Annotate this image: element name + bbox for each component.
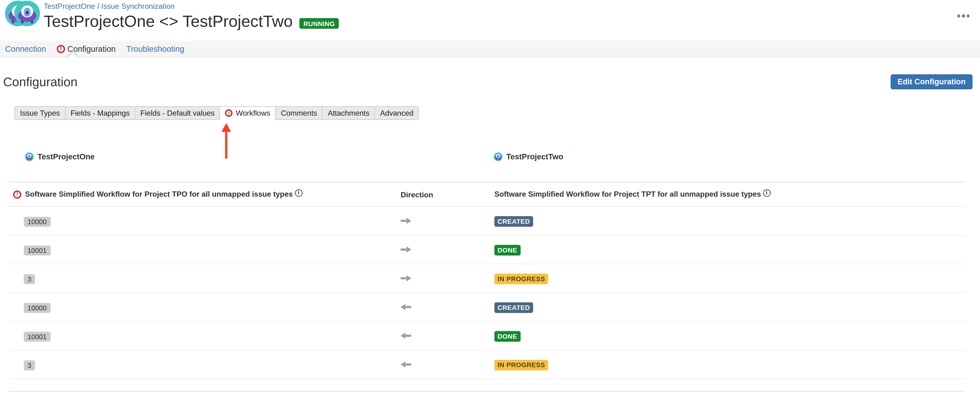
project-headers: TestProjectOne TestProjectTwo	[0, 153, 980, 162]
table-row: 10000 CREATED	[9, 207, 966, 235]
tab-comments[interactable]: Comments	[276, 106, 323, 120]
source-status-badge: 10000	[24, 302, 50, 313]
exalate-logo-icon	[5, 1, 40, 29]
sync-direction-arrow-icon	[401, 332, 495, 339]
project-left-name: TestProjectOne	[38, 153, 95, 161]
issue-sync-page: TestProjectOne / Issue Synchronization T…	[0, 0, 980, 399]
nav-item-troubleshooting[interactable]: Troubleshooting	[126, 44, 185, 53]
tab-label: Attachments	[328, 109, 369, 118]
project-left: TestProjectOne	[25, 153, 95, 161]
table-row: 10001 DONE	[9, 235, 966, 264]
page-section-title: Configuration	[3, 75, 972, 89]
table-row: 10000 CREATED	[9, 293, 966, 322]
source-status-badge: 3	[24, 274, 35, 284]
more-menu-icon[interactable]	[956, 13, 971, 18]
tab-label: Advanced	[380, 109, 413, 118]
edit-configuration-button[interactable]: Edit Configuration	[891, 74, 973, 89]
target-status-badge: IN PROGRESS	[494, 273, 548, 284]
target-status-badge: IN PROGRESS	[494, 359, 548, 370]
target-status-badge: CREATED	[494, 302, 533, 313]
tab-label: Fields - Mappings	[71, 109, 130, 118]
sync-direction-arrow-icon	[401, 217, 495, 224]
running-status-badge: RUNNING	[300, 18, 339, 29]
nav-item-connection[interactable]: Connection	[5, 44, 46, 53]
warning-icon: !	[225, 109, 233, 117]
right-workflow-header: Software Simplified Workflow for Project…	[494, 190, 770, 199]
nav-item-label: Troubleshooting	[126, 44, 185, 53]
warning-icon: !	[57, 45, 65, 53]
info-icon[interactable]: i	[295, 189, 302, 197]
tab-label: Comments	[281, 109, 317, 118]
breadcrumb: TestProjectOne / Issue Synchronization	[44, 2, 339, 11]
nav-item-label: Connection	[5, 44, 46, 53]
tab-issue-types[interactable]: Issue Types	[14, 106, 65, 120]
source-status-badge: 10001	[24, 331, 50, 341]
app-header: TestProjectOne / Issue Synchronization T…	[0, 0, 980, 41]
source-status-badge: 10000	[24, 216, 50, 226]
tab-label: Issue Types	[20, 109, 60, 118]
project-avatar-icon	[494, 153, 503, 161]
info-icon[interactable]: i	[763, 189, 770, 197]
project-right-name: TestProjectTwo	[506, 153, 563, 161]
breadcrumb-project-link[interactable]: TestProjectOne	[44, 2, 95, 11]
target-status-badge: DONE	[494, 331, 520, 342]
table-row: 3 IN PROGRESS	[9, 264, 966, 293]
tab-attachments[interactable]: Attachments	[323, 106, 375, 120]
connection-title: TestProjectOne <> TestProjectTwo	[44, 13, 293, 30]
tab-advanced[interactable]: Advanced	[375, 106, 419, 120]
table-row: 3 IN PROGRESS	[9, 350, 966, 379]
table-row: 10001 DONE	[9, 322, 966, 351]
table-header-row: ! Software Simplified Workflow for Proje…	[9, 183, 966, 207]
tab-workflows[interactable]: ! Workflows	[220, 106, 276, 120]
source-status-badge: 10001	[24, 245, 50, 255]
source-status-badge: 3	[24, 360, 35, 370]
configuration-tabs: Issue Types Fields - Mappings Fields - D…	[14, 106, 980, 120]
tab-label: Workflows	[236, 109, 270, 118]
sync-direction-arrow-icon	[401, 361, 495, 368]
active-section-caret	[67, 52, 78, 57]
section-nav: Connection ! Configuration Troubleshooti…	[0, 41, 980, 57]
nav-item-configuration[interactable]: ! Configuration	[57, 44, 116, 53]
left-workflow-header: Software Simplified Workflow for Project…	[25, 190, 302, 199]
warning-icon: !	[13, 191, 21, 199]
project-right: TestProjectTwo	[494, 153, 563, 161]
target-status-badge: DONE	[494, 245, 520, 255]
workflow-mapping-table: ! Software Simplified Workflow for Proje…	[9, 182, 966, 392]
tab-fields-mappings[interactable]: Fields - Mappings	[65, 106, 135, 120]
sync-direction-arrow-icon	[401, 304, 495, 310]
project-avatar-icon	[25, 153, 34, 161]
target-status-badge: CREATED	[494, 216, 533, 227]
sync-direction-arrow-icon	[401, 246, 495, 253]
direction-header: Direction	[401, 190, 495, 199]
tab-fields-default-values[interactable]: Fields - Default values	[135, 106, 220, 120]
sync-direction-arrow-icon	[401, 275, 495, 282]
breadcrumb-page-link[interactable]: Issue Synchronization	[101, 2, 175, 11]
tab-label: Fields - Default values	[140, 109, 215, 118]
breadcrumb-separator: /	[95, 2, 101, 11]
